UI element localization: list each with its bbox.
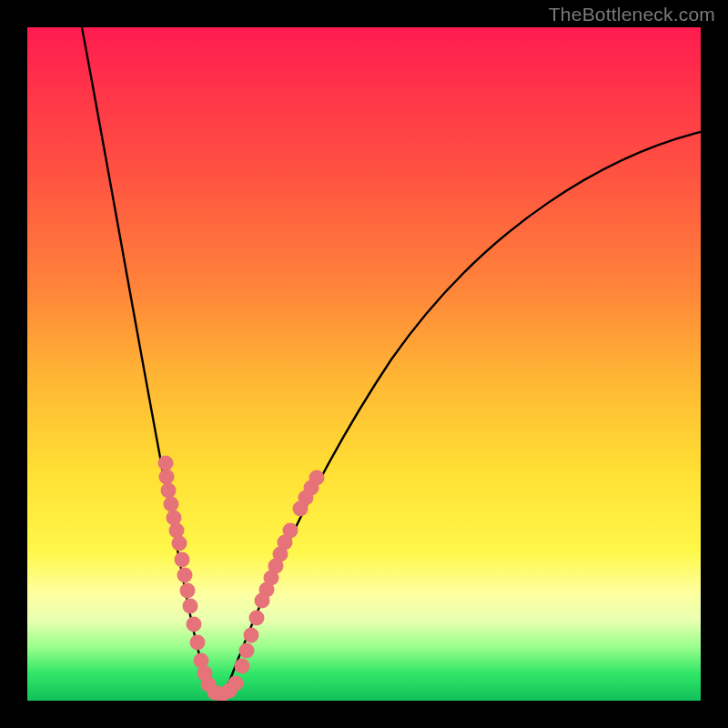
curve-overlay <box>27 27 701 701</box>
plot-area <box>27 27 701 701</box>
data-dot <box>159 470 175 485</box>
data-dot <box>235 659 250 674</box>
data-dot <box>190 635 206 651</box>
data-dot <box>228 676 244 692</box>
data-dot <box>169 523 185 539</box>
data-dot <box>249 611 265 626</box>
data-dot <box>183 599 198 614</box>
data-dot <box>283 523 298 539</box>
data-dot <box>161 483 177 499</box>
watermark-text: TheBottleneck.com <box>549 4 715 25</box>
data-dot <box>244 628 259 643</box>
data-dot <box>239 643 255 659</box>
right-curve <box>223 132 701 699</box>
data-dot <box>172 536 187 551</box>
data-dot <box>309 470 325 486</box>
data-dot <box>167 511 182 526</box>
data-dots <box>158 456 325 702</box>
data-dot <box>187 617 202 632</box>
data-dot <box>164 497 179 512</box>
data-dot <box>175 552 190 568</box>
left-curve <box>82 27 217 699</box>
data-dot <box>158 456 174 471</box>
data-dot <box>180 583 196 599</box>
data-dot <box>177 568 193 583</box>
outer-frame: TheBottleneck.com <box>0 0 728 728</box>
